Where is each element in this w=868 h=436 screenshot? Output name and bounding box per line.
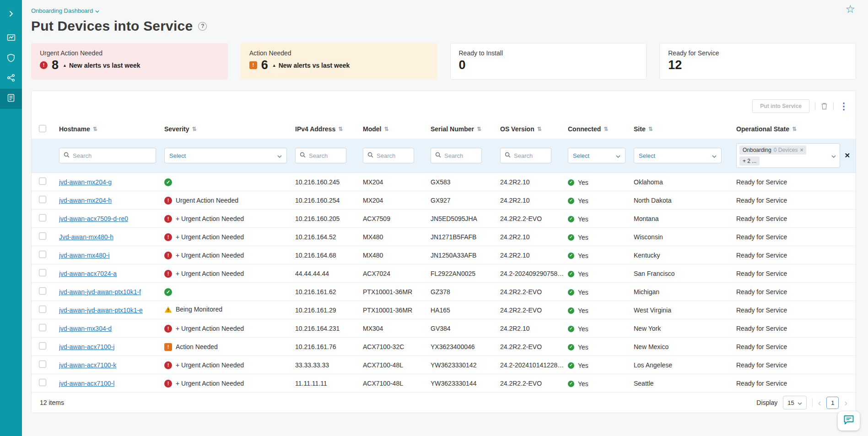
put-into-service-button[interactable]: Put into Service — [752, 99, 809, 113]
chevron-down-icon — [831, 151, 836, 160]
model-cell: MX204 — [363, 173, 431, 191]
chevron-right-icon — [7, 10, 15, 19]
chevron-down-icon — [277, 152, 282, 159]
model-filter[interactable] — [363, 148, 414, 163]
sort-icon[interactable]: ⇅ — [648, 126, 653, 132]
hostname-link[interactable]: jvd-awan-mx480-i — [59, 252, 109, 259]
hostname-link[interactable]: jvd-awan-mx204-g — [59, 178, 112, 186]
sidebar-item-topology[interactable] — [0, 69, 22, 89]
card-urgent-action-needed[interactable]: Urgent Action Needed ! 8 ▲New alerts vs … — [31, 43, 228, 80]
sort-icon[interactable]: ⇅ — [338, 126, 343, 132]
header-row: Hostname⇅ Severity⇅ IPv4 Address⇅ Model⇅… — [32, 119, 856, 139]
prev-page-icon[interactable]: ‹ — [818, 398, 821, 407]
sort-icon[interactable]: ⇅ — [477, 126, 481, 132]
hostname-link[interactable]: Jvd-awan-mx480-h — [59, 233, 113, 241]
card-ready-for-service[interactable]: Ready for Service 12 — [659, 43, 856, 80]
column-header-serial[interactable]: Serial Number⇅ — [431, 125, 481, 133]
sort-icon[interactable]: ⇅ — [93, 126, 97, 132]
select-all-checkbox[interactable] — [39, 125, 46, 132]
row-checkbox[interactable] — [39, 306, 46, 313]
sort-icon[interactable]: ⇅ — [537, 126, 542, 132]
opstate-cell: Ready for Service — [736, 356, 856, 374]
os-cell: 24.2R2.2-EVO — [500, 338, 568, 356]
row-checkbox[interactable] — [39, 232, 46, 240]
row-checkbox[interactable] — [39, 178, 46, 185]
model-filter-input[interactable] — [377, 152, 410, 159]
sidebar-item-dashboard[interactable] — [0, 28, 22, 48]
column-header-hostname[interactable]: Hostname⇅ — [59, 125, 97, 133]
hostname-link[interactable]: jvd-awan-jvd-awan-ptx10k1-f — [59, 288, 141, 296]
page-size-select[interactable]: 15 — [783, 396, 806, 409]
os-filter[interactable] — [500, 148, 551, 163]
delete-icon[interactable] — [821, 102, 828, 110]
hostname-filter-input[interactable] — [73, 152, 151, 159]
hostname-link[interactable]: jvd-awan-mx204-h — [59, 197, 112, 204]
os-cell: 24.2R2.10 — [500, 228, 568, 246]
opstate-cell: Ready for Service — [736, 210, 856, 228]
site-filter-select[interactable]: Select — [634, 148, 722, 163]
table-row: jvd-awan-acx7509-d-re0!+ Urgent Action N… — [32, 210, 856, 228]
clear-filters-button[interactable]: ✕ — [844, 151, 850, 160]
chip-label: Onboarding — [743, 147, 771, 153]
row-checkbox[interactable] — [39, 379, 46, 386]
site-cell: West Virginia — [634, 301, 736, 319]
site-cell: Seattle — [634, 374, 736, 393]
help-icon[interactable]: ? — [198, 22, 207, 31]
sort-icon[interactable]: ⇅ — [604, 126, 608, 132]
opstate-cell: Ready for Service — [736, 301, 856, 319]
hostname-link[interactable]: jvd-awan-acx7100-j — [59, 343, 114, 350]
row-checkbox[interactable] — [39, 287, 46, 295]
breadcrumb[interactable]: Onboarding Dashboard — [31, 7, 99, 14]
column-header-operational-state[interactable]: Operational State⇅ — [736, 125, 797, 133]
hostname-link[interactable]: jvd-awan-acx7100-l — [59, 380, 114, 387]
row-checkbox[interactable] — [39, 196, 46, 203]
sidebar-expand-button[interactable] — [0, 5, 22, 25]
current-page[interactable]: 1 — [826, 397, 839, 409]
chat-button[interactable] — [838, 411, 860, 431]
serial-filter-input[interactable] — [444, 152, 477, 159]
row-checkbox[interactable] — [39, 361, 46, 368]
operational-state-filter[interactable]: Onboarding 0 Devices × + 2 ... — [736, 143, 840, 168]
column-header-severity[interactable]: Severity⇅ — [164, 125, 197, 133]
column-header-connected[interactable]: Connected⇅ — [568, 125, 608, 133]
chip-remove-icon[interactable]: × — [800, 147, 803, 153]
hostname-link[interactable]: jvd-awan-jvd-awan-ptx10k1-e — [59, 307, 143, 314]
model-cell: MX480 — [363, 228, 431, 246]
hostname-link[interactable]: jvd-awan-acx7100-k — [59, 361, 116, 369]
ipv4-filter-input[interactable] — [309, 152, 342, 159]
connected-filter-select[interactable]: Select — [568, 148, 625, 163]
sort-icon[interactable]: ⇅ — [792, 126, 797, 132]
row-checkbox[interactable] — [39, 269, 46, 276]
sort-icon[interactable]: ⇅ — [384, 126, 388, 132]
row-checkbox[interactable] — [39, 342, 46, 350]
row-checkbox[interactable] — [39, 214, 46, 221]
site-cell: Oklahoma — [634, 173, 736, 191]
more-options-icon[interactable]: ⋮ — [839, 102, 848, 111]
favorite-star-icon[interactable]: ☆ — [845, 4, 855, 15]
severity-filter-select[interactable]: Select — [164, 148, 287, 163]
row-checkbox[interactable] — [39, 324, 46, 331]
sidebar-item-security[interactable] — [0, 48, 22, 69]
sort-icon[interactable]: ⇅ — [192, 126, 196, 132]
serial-filter[interactable] — [431, 148, 482, 163]
column-header-model[interactable]: Model⇅ — [363, 125, 389, 133]
hostname-filter[interactable] — [59, 148, 156, 163]
column-header-ipv4[interactable]: IPv4 Address⇅ — [295, 125, 343, 133]
os-filter-input[interactable] — [514, 152, 547, 159]
sidebar-item-inventory[interactable] — [0, 89, 22, 109]
next-page-icon[interactable]: › — [844, 398, 847, 407]
chevron-down-icon — [712, 152, 717, 159]
column-header-site[interactable]: Site⇅ — [634, 125, 653, 133]
row-checkbox[interactable] — [39, 251, 46, 258]
model-cell: MX480 — [363, 246, 431, 264]
ipv4-filter[interactable] — [295, 148, 346, 163]
card-action-needed[interactable]: Action Needed ! 6 ▲New alerts vs last we… — [241, 43, 437, 80]
hostname-link[interactable]: jvd-awan-mx304-d — [59, 325, 112, 332]
serial-cell: YX3623400046 — [431, 338, 500, 356]
filter-chip-more[interactable]: + 2 ... — [739, 156, 760, 166]
hostname-link[interactable]: jvd-awan-acx7509-d-re0 — [59, 215, 128, 222]
hostname-link[interactable]: jvd-awan-acx7024-a — [59, 270, 117, 277]
column-header-os[interactable]: OS Version⇅ — [500, 125, 542, 133]
filter-chip-onboarding[interactable]: Onboarding 0 Devices × — [739, 145, 806, 155]
card-ready-to-install[interactable]: Ready to Install 0 — [450, 43, 647, 80]
